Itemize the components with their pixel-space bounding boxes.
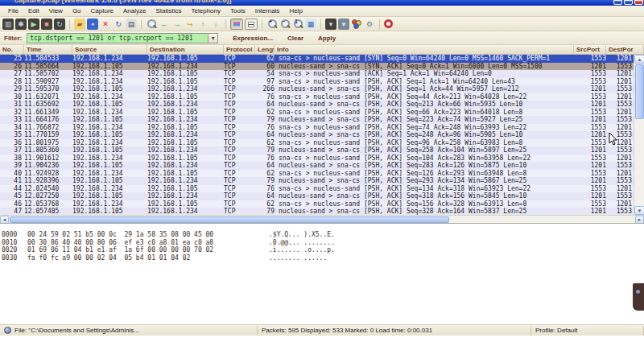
clear-button[interactable]: Clear xyxy=(287,35,303,42)
packet-row[interactable]: 3911.904236192.168.1.105192.168.1.234TCP… xyxy=(0,162,634,170)
packet-row[interactable]: 3711.805360192.168.1.105192.168.1.234TCP… xyxy=(0,146,634,155)
status-profile-text[interactable]: Profile: Default xyxy=(531,326,644,336)
packet-row[interactable]: 3811.901612192.168.1.234192.168.1.105TCP… xyxy=(0,155,634,163)
packet-row[interactable]: 3411.766872192.168.1.234192.168.1.105TCP… xyxy=(0,124,634,132)
packet-cell-info: nucleus-sand > sna-cs [SYN, ACK] Seq=0 A… xyxy=(275,63,574,71)
column-header-no[interactable]: No. xyxy=(0,45,24,54)
apply-button[interactable]: Apply xyxy=(318,35,336,42)
packet-row[interactable]: 2811.590927192.168.1.234192.168.1.105TCP… xyxy=(0,78,634,86)
preferences-icon[interactable]: ⚙ xyxy=(364,19,375,30)
close-button[interactable] xyxy=(634,0,643,5)
packet-row[interactable]: 3211.661349192.168.1.234192.168.1.105TCP… xyxy=(0,109,634,117)
packet-row[interactable]: 2611.585664192.168.1.105192.168.1.234TCP… xyxy=(0,63,634,71)
menu-telephony[interactable]: Telephony xyxy=(187,6,225,16)
menu-view[interactable]: View xyxy=(44,6,68,16)
column-header-dst[interactable]: Destination xyxy=(147,45,224,54)
packet-bytes-pane: 000000 24 59 02 51 b5 00 0c 29 1a 58 35 … xyxy=(0,223,644,324)
packet-row[interactable]: 3311.664176192.168.1.105192.168.1.234TCP… xyxy=(0,116,634,124)
horizontal-scroll-thumb[interactable] xyxy=(10,216,449,223)
autoscroll-toggle-icon[interactable] xyxy=(245,19,258,30)
packet-cell-src: 192.168.1.234 xyxy=(72,78,147,86)
packet-cell-src: 192.168.1.234 xyxy=(72,200,147,208)
hex-row[interactable]: 0030fa f0 fc a9 00 00 02 04 05 b4 01 01 … xyxy=(2,254,644,262)
packet-row[interactable]: 3511.770159192.168.1.105192.168.1.234TCP… xyxy=(0,131,634,139)
expert-info-icon[interactable] xyxy=(4,327,11,334)
hex-row[interactable]: 000000 24 59 02 51 b5 00 0c 29 1a 58 35 … xyxy=(2,231,644,239)
packet-row[interactable]: 3111.635692192.168.1.105192.168.1.234TCP… xyxy=(0,101,634,109)
menu-capture[interactable]: Capture xyxy=(86,6,118,16)
column-header-proto[interactable]: Protocol xyxy=(224,45,255,54)
save-file-icon[interactable]: ▪ xyxy=(87,19,98,30)
display-filter-icon[interactable]: ▾ xyxy=(338,19,349,30)
menu-internals[interactable]: Internals xyxy=(250,6,285,16)
column-header-dport[interactable]: DestPor xyxy=(606,45,644,54)
go-back-icon[interactable]: ← xyxy=(159,19,170,30)
packet-row[interactable]: 2711.585702192.168.1.234192.168.1.105TCP… xyxy=(0,70,634,78)
scroll-down-icon[interactable]: ▼ xyxy=(634,206,644,215)
column-header-src[interactable]: Source xyxy=(72,45,147,54)
packet-row[interactable]: 4111.928396192.168.1.105192.168.1.234TCP… xyxy=(0,177,634,185)
go-to-top-icon[interactable]: ↑ xyxy=(197,19,208,30)
packet-cell-sport: 1553 xyxy=(574,124,606,132)
packet-cell-time: 12.027250 xyxy=(24,192,72,200)
menu-file[interactable]: File xyxy=(3,6,23,16)
filter-input[interactable] xyxy=(27,33,208,43)
find-packet-icon[interactable] xyxy=(146,19,157,30)
packet-row[interactable]: 4512.027250192.168.1.105192.168.1.234TCP… xyxy=(0,192,634,200)
packet-cell-src: 192.168.1.105 xyxy=(72,192,147,200)
menu-go[interactable]: Go xyxy=(68,6,86,16)
coloring-rules-icon[interactable] xyxy=(351,19,362,30)
maximize-button[interactable] xyxy=(624,0,633,5)
hex-row[interactable]: 002001 69 06 11 04 b1 e1 af 1a 6f 00 00 … xyxy=(2,246,644,254)
menu-statistics[interactable]: Statistics xyxy=(151,6,187,16)
column-header-time[interactable]: Time xyxy=(24,45,72,54)
go-forward-icon[interactable]: → xyxy=(171,19,183,30)
capture-start-icon[interactable]: ▶ xyxy=(28,19,39,30)
capture-filter-icon[interactable]: ▾ xyxy=(325,19,336,30)
packet-row[interactable]: 3011.632071192.168.1.234192.168.1.105TCP… xyxy=(0,93,634,101)
open-file-icon[interactable]: ▰ xyxy=(74,19,85,30)
menu-tools[interactable]: Tools xyxy=(225,6,250,16)
packet-row[interactable]: 2911.595370192.168.1.105192.168.1.234TCP… xyxy=(0,85,634,93)
packet-row[interactable]: 4612.053768192.168.1.234192.168.1.105TCP… xyxy=(0,200,634,208)
packet-row[interactable]: 3611.801975192.168.1.234192.168.1.105TCP… xyxy=(0,139,634,147)
scroll-up-icon[interactable]: ▲ xyxy=(634,55,644,64)
packet-row[interactable]: 4712.057405192.168.1.105192.168.1.234TCP… xyxy=(0,208,634,215)
toolbar-separator xyxy=(320,19,321,29)
packet-cell-no: 25 xyxy=(0,55,24,63)
capture-restart-icon[interactable]: ↻ xyxy=(54,19,65,30)
capture-interfaces-icon[interactable]: ▥ xyxy=(2,19,14,30)
colorize-toggle-icon[interactable] xyxy=(230,19,243,30)
resize-columns-icon[interactable]: ▦ xyxy=(305,19,316,30)
zoom-100-icon[interactable]: 1 xyxy=(292,19,303,30)
minimize-button[interactable] xyxy=(613,0,622,5)
print-icon[interactable]: ▤ xyxy=(126,19,137,30)
zoom-in-icon[interactable]: + xyxy=(266,19,278,30)
vertical-scroll-thumb[interactable] xyxy=(635,64,644,119)
menu-help[interactable]: Help xyxy=(284,6,307,16)
column-header-sport[interactable]: SrcPort xyxy=(574,45,606,54)
expression-button[interactable]: Expression... xyxy=(233,35,273,42)
hex-row[interactable]: 001000 30 86 40 40 00 80 06 ef e3 c0 a8 … xyxy=(2,239,644,247)
close-file-icon[interactable]: ✕ xyxy=(100,19,111,30)
zoom-out-icon[interactable]: − xyxy=(279,19,291,30)
packet-cell-info: nucleus-sand > sna-cs [PSH, ACK] Seq=1 A… xyxy=(275,85,574,93)
horizontal-scrollbar[interactable]: ◄ ► xyxy=(0,215,644,223)
column-header-len[interactable]: Length xyxy=(255,45,275,54)
capture-stop-icon[interactable]: ■ xyxy=(41,19,52,30)
column-header-info[interactable]: Info xyxy=(275,45,574,54)
go-to-bottom-icon[interactable]: ↓ xyxy=(210,19,221,30)
filter-dropdown-icon[interactable]: ▼ xyxy=(208,33,218,43)
packet-row[interactable]: 4011.924928192.168.1.234192.168.1.105TCP… xyxy=(0,170,634,178)
go-to-packet-icon[interactable]: ↪ xyxy=(184,19,196,30)
capture-options-icon[interactable]: ✱ xyxy=(15,19,27,30)
menu-analyze[interactable]: Analyze xyxy=(118,6,151,16)
reload-icon[interactable]: ↻ xyxy=(113,19,124,30)
packet-cell-dst: 192.168.1.234 xyxy=(147,162,224,170)
packet-row[interactable]: 4412.024540192.168.1.234192.168.1.105TCP… xyxy=(0,185,634,193)
hex-ascii: ........ ...... xyxy=(269,254,327,262)
menu-edit[interactable]: Edit xyxy=(23,6,44,16)
vertical-scrollbar[interactable]: ▲ ▼ xyxy=(634,55,644,215)
help-icon[interactable] xyxy=(384,19,393,28)
packet-row[interactable]: 2511.584533192.168.1.234192.168.1.105TCP… xyxy=(0,55,634,63)
